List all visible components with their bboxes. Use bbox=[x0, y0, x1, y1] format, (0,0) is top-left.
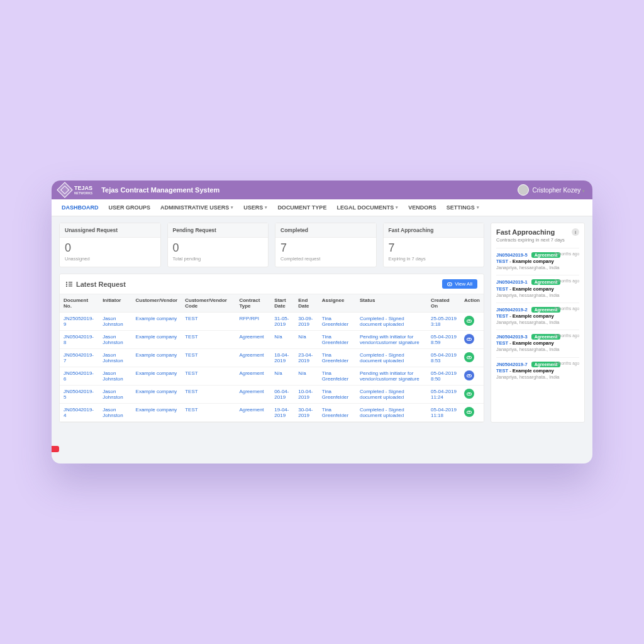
code-link[interactable]: TEST bbox=[185, 407, 197, 413]
stat-title: Fast Approaching bbox=[384, 223, 484, 238]
stat-card: Completed 7 Completed request bbox=[275, 223, 377, 267]
fa-doc-link[interactable]: JN05042019-1 bbox=[496, 279, 528, 285]
view-all-button[interactable]: View All bbox=[442, 279, 477, 289]
table-row: JN25052019-9 Jason Johnston Example comp… bbox=[60, 313, 484, 331]
initiator-link[interactable]: Jason Johnston bbox=[103, 334, 123, 345]
stat-value: 0 bbox=[173, 242, 264, 255]
app-title: Tejas Contract Management System bbox=[101, 186, 219, 194]
vendor-link[interactable]: Example company bbox=[136, 352, 177, 358]
created-on: 05-04-2019 8:50 bbox=[431, 370, 457, 382]
end-date: 30-04-2019 bbox=[298, 407, 313, 418]
doc-link[interactable]: JN05042019-6 bbox=[64, 370, 94, 382]
code-link[interactable]: TEST bbox=[185, 370, 197, 376]
nav-dashboard[interactable]: DASHBOARD bbox=[62, 204, 99, 211]
initiator-link[interactable]: Jason Johnston bbox=[103, 352, 123, 364]
chevron-down-icon: ▾ bbox=[477, 205, 479, 210]
fast-approaching-item[interactable]: JN05042019-1 Agreement 8 months ago TEST… bbox=[496, 275, 579, 302]
info-icon[interactable]: i bbox=[572, 228, 579, 236]
avatar[interactable] bbox=[518, 184, 529, 196]
feedback-tab[interactable] bbox=[52, 446, 59, 452]
code-link[interactable]: TEST bbox=[185, 389, 197, 394]
status-text: Completed - Signed document uploaded bbox=[360, 389, 404, 400]
fast-approaching-item[interactable]: JN05042019-2 Agreement 8 months ago TEST… bbox=[496, 303, 579, 330]
fa-company: TEST - Example company bbox=[496, 258, 579, 265]
vendor-link[interactable]: Example company bbox=[136, 389, 177, 394]
stat-title: Completed bbox=[275, 223, 376, 238]
doc-link[interactable]: JN05042019-5 bbox=[64, 389, 94, 400]
start-date: N/a bbox=[274, 334, 282, 340]
code-link[interactable]: TEST bbox=[185, 352, 197, 358]
column-header: Customer/Vendor Code bbox=[181, 294, 235, 313]
fast-approaching-item[interactable]: JN05042019-7 Agreement 8 months ago TEST… bbox=[496, 357, 579, 384]
table-row: JN05042019-8 Jason Johnston Example comp… bbox=[60, 331, 484, 349]
doc-link[interactable]: JN05042019-7 bbox=[64, 352, 94, 364]
assignee-link[interactable]: Tina Greenfelder bbox=[322, 370, 348, 382]
fast-approaching-item[interactable]: JN05042019-5 Agreement 8 months ago TEST… bbox=[496, 248, 579, 275]
vendor-link[interactable]: Example company bbox=[136, 407, 177, 413]
end-date: 23-04-2019 bbox=[298, 352, 313, 364]
latest-request-panel: Latest Request View All Document No.Init… bbox=[59, 274, 484, 423]
vendor-link[interactable]: Example company bbox=[136, 370, 177, 376]
fast-approaching-panel: Fast Approaching i Contracts expiring in… bbox=[491, 223, 585, 423]
row-action-button[interactable] bbox=[464, 370, 474, 380]
contract-type: Agreement bbox=[239, 334, 264, 340]
code-link[interactable]: TEST bbox=[185, 316, 197, 321]
assignee-link[interactable]: Tina Greenfelder bbox=[322, 334, 348, 345]
fa-time: 8 months ago bbox=[555, 252, 579, 257]
column-header: Start Date bbox=[270, 294, 294, 313]
status-text: Completed - Signed document uploaded bbox=[360, 352, 404, 364]
fa-doc-link[interactable]: JN05042019-2 bbox=[496, 307, 528, 313]
requests-table: Document No.InitiatorCustomer/VendorCust… bbox=[60, 294, 484, 422]
stat-subtitle: Expiring in 7 days bbox=[389, 256, 479, 262]
nav-administrative-users[interactable]: ADMINISTRATIVE USERS▾ bbox=[160, 204, 233, 211]
status-text: Pending with initiator for vendor/custom… bbox=[360, 334, 419, 345]
row-action-button[interactable] bbox=[464, 334, 474, 344]
fast-approaching-title: Fast Approaching bbox=[496, 228, 555, 236]
vendor-link[interactable]: Example company bbox=[136, 316, 177, 321]
fast-approaching-item[interactable]: JN05042019-3 Agreement 8 months ago TEST… bbox=[496, 330, 579, 357]
fa-location: Janapriya, hessarghata., India bbox=[496, 319, 579, 326]
eye-icon bbox=[467, 319, 472, 323]
stat-subtitle: Unassigned bbox=[65, 256, 155, 262]
row-action-button[interactable] bbox=[464, 352, 474, 362]
row-action-button[interactable] bbox=[464, 407, 474, 417]
created-on: 05-04-2019 11:18 bbox=[431, 407, 457, 418]
assignee-link[interactable]: Tina Greenfelder bbox=[322, 407, 348, 418]
fa-doc-link[interactable]: JN05042019-7 bbox=[496, 362, 528, 367]
column-header: Initiator bbox=[99, 294, 131, 313]
row-action-button[interactable] bbox=[464, 316, 474, 326]
status-text: Completed - Signed document uploaded bbox=[360, 316, 404, 327]
initiator-link[interactable]: Jason Johnston bbox=[103, 389, 123, 400]
row-action-button[interactable] bbox=[464, 389, 474, 399]
doc-link[interactable]: JN25052019-9 bbox=[64, 316, 94, 327]
stat-title: Pending Request bbox=[168, 223, 269, 238]
nav-settings[interactable]: SETTINGS▾ bbox=[447, 204, 479, 211]
assignee-link[interactable]: Tina Greenfelder bbox=[322, 316, 348, 327]
initiator-link[interactable]: Jason Johnston bbox=[103, 370, 123, 382]
initiator-link[interactable]: Jason Johnston bbox=[103, 407, 123, 418]
vendor-link[interactable]: Example company bbox=[136, 334, 177, 340]
nav-user-groups[interactable]: USER GROUPS bbox=[109, 204, 151, 211]
status-text: Completed - Signed document uploaded bbox=[360, 407, 404, 418]
fa-doc-link[interactable]: JN05042019-3 bbox=[496, 334, 528, 340]
fa-doc-link[interactable]: JN05042019-5 bbox=[496, 252, 528, 258]
eye-icon bbox=[467, 338, 472, 341]
doc-link[interactable]: JN05042019-8 bbox=[64, 334, 94, 345]
nav-legal-documents[interactable]: LEGAL DOCUMENTS▾ bbox=[336, 204, 398, 211]
stat-card: Pending Request 0 Total pending bbox=[167, 223, 269, 267]
assignee-link[interactable]: Tina Greenfelder bbox=[322, 352, 348, 364]
start-date: N/a bbox=[274, 370, 282, 376]
column-header: Status bbox=[356, 294, 427, 313]
user-menu[interactable]: Cristopher Kozey ▾ bbox=[533, 187, 585, 194]
doc-link[interactable]: JN05042019-4 bbox=[64, 407, 94, 418]
table-row: JN05042019-5 Jason Johnston Example comp… bbox=[60, 386, 484, 404]
stat-card: Unassigned Request 0 Unassigned bbox=[59, 223, 161, 267]
initiator-link[interactable]: Jason Johnston bbox=[103, 316, 123, 327]
nav-users[interactable]: USERS▾ bbox=[243, 204, 267, 211]
assignee-link[interactable]: Tina Greenfelder bbox=[322, 389, 348, 400]
created-on: 05-04-2019 8:59 bbox=[431, 334, 457, 345]
nav-vendors[interactable]: VENDORS bbox=[408, 204, 436, 211]
nav-document-type[interactable]: DOCUMENT TYPE bbox=[277, 204, 326, 211]
code-link[interactable]: TEST bbox=[185, 334, 197, 340]
fa-location: Janapriya, hessarghata., India bbox=[496, 374, 579, 380]
